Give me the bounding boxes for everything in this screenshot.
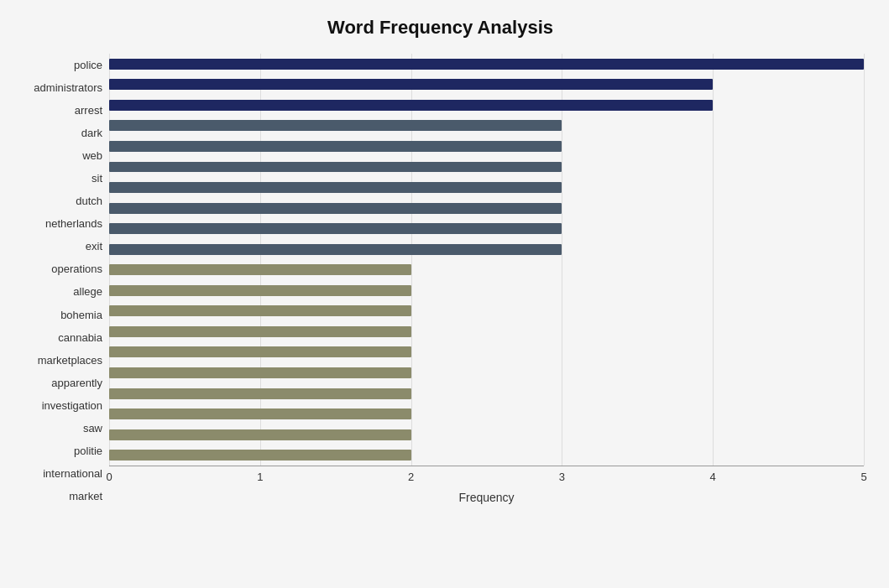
x-tick: 0 bbox=[106, 471, 112, 483]
bar bbox=[109, 59, 864, 70]
y-label: allege bbox=[73, 286, 102, 297]
x-tick: 5 bbox=[860, 471, 866, 483]
bar bbox=[109, 100, 713, 111]
bar bbox=[109, 223, 562, 234]
y-label: investigation bbox=[42, 400, 102, 411]
bar bbox=[109, 408, 411, 419]
bar bbox=[109, 326, 411, 337]
x-axis-title: Frequency bbox=[109, 491, 864, 504]
x-axis: 012345 Frequency bbox=[109, 466, 864, 507]
bar-row bbox=[109, 198, 864, 219]
y-label: operations bbox=[51, 263, 102, 274]
x-tick: 1 bbox=[257, 471, 263, 483]
y-label: arrest bbox=[75, 105, 102, 116]
x-tick: 3 bbox=[559, 471, 565, 483]
x-axis-line bbox=[109, 466, 864, 466]
y-label: international bbox=[43, 468, 102, 479]
bar bbox=[109, 141, 562, 152]
y-label: saw bbox=[83, 423, 102, 434]
y-label: bohemia bbox=[60, 310, 102, 320]
y-label: police bbox=[74, 60, 102, 70]
bar-row bbox=[109, 280, 864, 301]
bar-row bbox=[109, 259, 864, 280]
y-label: exit bbox=[86, 241, 102, 252]
grid-line bbox=[864, 54, 865, 466]
bar bbox=[109, 182, 562, 193]
bar-row bbox=[109, 54, 864, 75]
bar bbox=[109, 264, 411, 275]
bar-row bbox=[109, 95, 864, 116]
bars-and-xaxis: 012345 Frequency bbox=[109, 54, 864, 507]
bar-row bbox=[109, 424, 864, 445]
bar bbox=[109, 120, 562, 131]
y-axis-labels: policeadministratorsarrestdarkwebsitdutc… bbox=[17, 54, 109, 507]
x-tick-labels: 012345 bbox=[109, 471, 864, 487]
bar-row bbox=[109, 239, 864, 260]
y-label: administrators bbox=[34, 82, 102, 93]
y-label: marketplaces bbox=[38, 355, 102, 366]
bar-row bbox=[109, 136, 864, 157]
y-label: web bbox=[82, 150, 102, 161]
bar-row bbox=[109, 218, 864, 239]
bar bbox=[109, 162, 562, 173]
y-label: market bbox=[69, 491, 102, 502]
chart-title: Word Frequency Analysis bbox=[17, 17, 864, 39]
bar-row bbox=[109, 157, 864, 178]
bar bbox=[109, 450, 411, 461]
bar bbox=[109, 79, 713, 90]
bar bbox=[109, 305, 411, 316]
y-label: netherlands bbox=[45, 218, 102, 229]
y-label: dutch bbox=[76, 195, 102, 206]
bar-row bbox=[109, 445, 864, 466]
bar-row bbox=[109, 177, 864, 198]
x-tick: 2 bbox=[408, 471, 414, 483]
bar bbox=[109, 285, 411, 296]
bar-row bbox=[109, 342, 864, 363]
bar-row bbox=[109, 116, 864, 137]
x-tick: 4 bbox=[710, 471, 716, 483]
bar-row bbox=[109, 301, 864, 322]
y-label: apparently bbox=[51, 377, 102, 388]
bar bbox=[109, 388, 411, 399]
bars-area bbox=[109, 54, 864, 466]
chart-area: policeadministratorsarrestdarkwebsitdutc… bbox=[17, 54, 864, 507]
bar-row bbox=[109, 75, 864, 96]
y-label: sit bbox=[92, 173, 102, 184]
bar bbox=[109, 203, 562, 214]
bar-row bbox=[109, 362, 864, 383]
bar-row bbox=[109, 321, 864, 342]
bar bbox=[109, 429, 411, 440]
y-label: politie bbox=[74, 445, 102, 456]
bar bbox=[109, 346, 411, 357]
bar bbox=[109, 367, 411, 378]
chart-container: Word Frequency Analysis policeadministra… bbox=[0, 0, 889, 588]
y-label: dark bbox=[81, 127, 102, 138]
bars-rows bbox=[109, 54, 864, 466]
bar bbox=[109, 244, 562, 255]
bar-row bbox=[109, 383, 864, 404]
bar-row bbox=[109, 403, 864, 424]
y-label: cannabia bbox=[58, 332, 102, 343]
